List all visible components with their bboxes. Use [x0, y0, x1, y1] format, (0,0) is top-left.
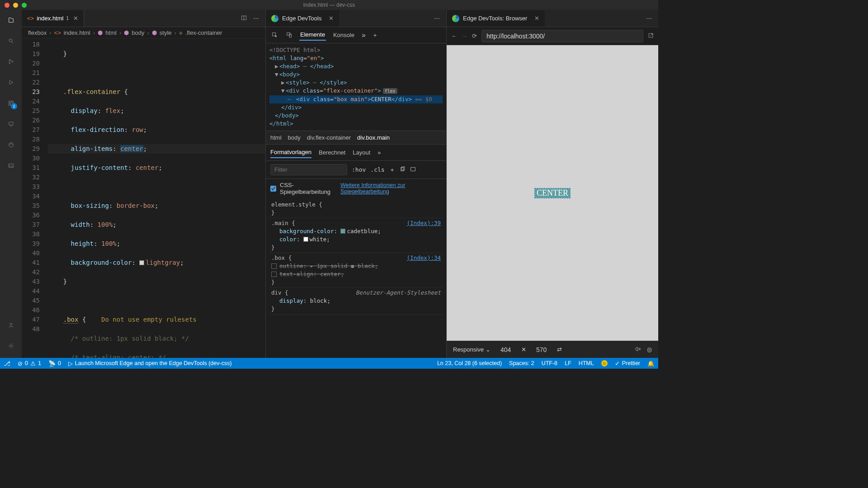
url-input[interactable] [481, 30, 643, 42]
tab-close-icon[interactable]: ✕ [73, 15, 78, 22]
new-style-rule-icon[interactable]: ＋ [389, 166, 395, 174]
source-link[interactable]: (Index):34 [407, 254, 441, 262]
crumb-folder[interactable]: flexbox [28, 29, 47, 36]
styles-filter-input[interactable] [270, 164, 347, 175]
feedback-icon[interactable]: ☺ [601, 360, 608, 367]
styles-pane[interactable]: element.style { } .main {(Index):39 back… [266, 198, 446, 358]
edge-tools-icon[interactable] [5, 139, 16, 150]
activity-bar: 2 [0, 10, 22, 358]
source-link[interactable]: (Index):39 [407, 219, 441, 227]
more-tabs-icon[interactable]: » [362, 31, 366, 39]
crumb-body[interactable]: body [132, 29, 144, 36]
devtools-tab[interactable]: Edge DevTools ✕ [266, 10, 339, 27]
crumb-html[interactable]: html [105, 29, 117, 36]
css-mirror-checkbox[interactable] [270, 186, 276, 192]
extensions-icon[interactable]: 2 [5, 98, 16, 108]
source-control-icon[interactable] [5, 56, 16, 67]
indent-setting[interactable]: Spaces: 2 [509, 360, 534, 367]
elements-tab[interactable]: Elemente [299, 29, 326, 41]
page-preview[interactable]: CENTER [447, 45, 658, 341]
path-flexcontainer[interactable]: div.flex-container [307, 134, 351, 141]
cls-toggle[interactable]: .cls [370, 166, 384, 173]
responsive-dropdown[interactable]: Responsive ⌄ [453, 346, 491, 353]
devtools-toolbar: Elemente Konsole » ＋ [266, 27, 446, 43]
prop-checkbox[interactable] [271, 263, 277, 269]
run-debug-icon[interactable] [5, 77, 16, 88]
search-icon[interactable] [5, 35, 16, 46]
breadcrumb[interactable]: flexbox › <> index.html › ⬢ html › ⬢ bod… [22, 27, 265, 39]
svg-point-0 [9, 39, 12, 42]
encoding[interactable]: UTF-8 [542, 360, 557, 367]
copy-styles-icon[interactable] [400, 166, 406, 174]
dom-breadcrumb[interactable]: html body div.flex-container div.box.mai… [266, 131, 446, 144]
browser-more-icon[interactable]: ⋯ [646, 15, 652, 22]
inspect-element-icon[interactable] [270, 31, 278, 39]
crumb-file[interactable]: index.html [64, 29, 90, 36]
cursor-position[interactable]: Ln 23, Col 28 (6 selected) [437, 360, 502, 367]
remote-explorer-icon[interactable] [5, 118, 16, 129]
device-emulation-icon[interactable] [285, 31, 293, 39]
window-title: index.html — dev-css [303, 2, 355, 8]
split-editor-icon[interactable] [241, 15, 247, 22]
css-mirror-link[interactable]: Weitere Informationen zur Spiegelbearbei… [340, 182, 442, 195]
computed-tab[interactable]: Berechnet [319, 147, 345, 158]
notifications-icon[interactable]: 🔔 [647, 360, 655, 367]
layout-tab[interactable]: Layout [353, 147, 370, 158]
styles-tab[interactable]: Formatvorlagen [270, 147, 311, 158]
console-tab[interactable]: Konsole [332, 30, 355, 40]
viewport-height[interactable] [533, 346, 551, 353]
hov-toggle[interactable]: :hov [352, 166, 366, 173]
crumb-selector[interactable]: .flex-container [185, 29, 222, 36]
devtools-tab-close-icon[interactable]: ✕ [329, 15, 334, 22]
explorer-icon[interactable] [5, 14, 16, 25]
screenshot-icon[interactable] [635, 346, 641, 353]
more-styles-tabs-icon[interactable]: » [377, 149, 381, 156]
svg-rect-18 [410, 167, 415, 171]
svg-point-11 [10, 345, 11, 346]
language-mode[interactable]: HTML [579, 360, 594, 367]
close-window[interactable] [5, 3, 9, 8]
svg-rect-16 [401, 167, 403, 171]
image-tools-icon[interactable] [5, 160, 16, 171]
css-mirror-label: CSS-Spiegelbearbeitung [280, 182, 337, 195]
minimize-window[interactable] [13, 3, 18, 8]
svg-rect-15 [289, 34, 291, 37]
ports-indicator[interactable]: 📡0 [48, 360, 61, 367]
editor-tab-bar: <> index.html 1 ✕ ⋯ [22, 10, 265, 27]
editor-tab-index[interactable]: <> index.html 1 ✕ [22, 10, 84, 27]
accounts-icon[interactable] [5, 319, 16, 330]
browser-tab-close-icon[interactable]: ✕ [534, 15, 539, 22]
tab-filename: index.html [37, 15, 63, 22]
launch-edge-button[interactable]: ▷ Launch Microsoft Edge and open the Edg… [68, 360, 232, 367]
viewport-width[interactable] [497, 346, 515, 353]
settings-gear-icon[interactable] [5, 340, 16, 351]
editor-more-icon[interactable]: ⋯ [253, 15, 259, 22]
eol[interactable]: LF [565, 360, 571, 367]
nav-back-icon[interactable]: ← [451, 33, 457, 39]
url-bar: ← → ⟳ [447, 27, 658, 45]
devtools-more-icon[interactable]: ⋯ [434, 15, 440, 22]
code-editor[interactable]: } .flex-container { display: flex; flex-… [48, 39, 265, 358]
problems-indicator[interactable]: ⊘0 ⚠1 [18, 360, 41, 367]
svg-point-10 [10, 323, 12, 325]
browser-tab[interactable]: Edge DevTools: Browser ✕ [447, 10, 545, 27]
new-tab-icon[interactable]: ＋ [372, 31, 378, 39]
svg-point-3 [12, 61, 13, 62]
path-boxmain[interactable]: div.box.main [357, 134, 390, 141]
prettier-status[interactable]: ✓ Prettier [615, 360, 640, 367]
toggle-render-icon[interactable] [410, 166, 416, 174]
dom-tree[interactable]: <!DOCTYPE html> <html lang="en"> ▶<head>… [266, 43, 446, 131]
nav-forward-icon[interactable]: → [462, 33, 467, 39]
reload-icon[interactable]: ⟳ [472, 33, 477, 39]
crumb-style[interactable]: style [160, 29, 172, 36]
path-html[interactable]: html [270, 134, 282, 141]
edge-icon [271, 15, 278, 22]
open-external-icon[interactable] [648, 33, 654, 40]
rotate-icon[interactable]: ⇄ [557, 346, 562, 353]
path-body[interactable]: body [288, 134, 301, 141]
emulate-vision-icon[interactable]: ◎ [647, 346, 652, 353]
zoom-window[interactable] [22, 3, 27, 8]
prop-checkbox[interactable] [271, 272, 277, 277]
remote-indicator[interactable]: ⎇ [4, 360, 10, 367]
svg-rect-6 [9, 103, 10, 105]
